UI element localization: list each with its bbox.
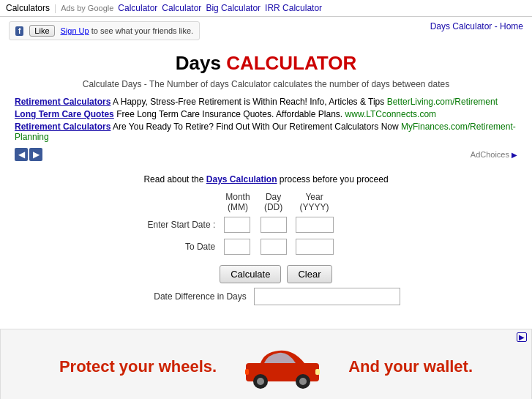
ad-link-3[interactable]: Retirement Calculators [15,122,110,132]
ad-badge: ▶ [517,332,527,342]
nav-link-irr-calculator[interactable]: IRR Calculator [265,3,322,13]
days-calculation-link[interactable]: Days Calculation [206,174,277,184]
adchoices: AdChoices ▶ [471,150,517,159]
start-date-label: Enter Start Date : [132,214,220,236]
col-month-header: Month (MM) [220,190,255,214]
subtitle: Calculate Days - The Number of days Calc… [15,79,517,89]
home-link[interactable]: Days Calculator - Home [430,21,523,31]
banner-ad: Protect your wheels. And your wallet. [0,329,532,399]
ad-url-2: www.LTCconnects.com [345,109,436,119]
svg-rect-6 [245,369,249,375]
fb-follow-text: Sign Up to see what your friends like. [61,26,194,35]
ad-prev-button[interactable]: ◀ [15,148,28,161]
banner-right-text: And your wallet. [348,357,473,376]
ad-desc-3: Are You Ready To Retire? Find Out With O… [113,122,399,132]
main-content: Days CALCULATOR Calculate Days - The Num… [0,52,532,399]
ad-row-1: Retirement Calculators A Happy, Stress-F… [15,97,517,107]
start-date-row: Enter Start Date : [132,214,337,236]
ad-links: Retirement Calculators A Happy, Stress-F… [15,97,517,142]
ad-nav-arrows: ◀ ▶ [15,148,42,161]
end-year-input[interactable] [296,239,334,255]
start-year-input[interactable] [296,217,334,233]
ad-navigation: ◀ ▶ AdChoices ▶ [15,148,517,161]
ad-url-1: BetterLiving.com/Retirement [387,97,498,107]
nav-separator: | [54,3,56,13]
end-day-input[interactable] [261,239,287,255]
ad-link-2[interactable]: Long Term Care Quotes [15,109,114,119]
car-image [239,341,326,392]
title-days: Days [176,52,221,74]
svg-point-2 [257,378,264,385]
title-calculator: CALCULATOR [226,52,356,74]
end-date-row: To Date [132,236,337,258]
button-row: Calculate Clear [132,265,400,283]
start-day-input[interactable] [261,217,287,233]
ad-row-2: Long Term Care Quotes Free Long Term Car… [15,109,517,119]
nav-link-calculator1[interactable]: Calculator [118,3,157,13]
fb-signup-link[interactable]: Sign Up [61,26,89,35]
col-year-header: Year (YYYY) [291,190,338,214]
calculator-table: Month (MM) Day (DD) Year (YYYY) Enter St… [132,190,337,258]
end-month-input[interactable] [224,239,250,255]
banner-ad-inner: Protect your wheels. And your wallet. [15,341,517,392]
top-nav: Calculators | Ads by Google Calculator C… [0,0,532,17]
header-bar: f Like Sign Up to see what your friends … [0,17,532,45]
adchoices-label: AdChoices [471,150,509,159]
clear-button[interactable]: Clear [287,265,331,283]
ad-desc-1: A Happy, Stress-Free Retirement is Withi… [113,97,384,107]
banner-left-text: Protect your wheels. [59,357,217,376]
ad-row-3: Retirement Calculators Are You Ready To … [15,122,517,142]
calc-intro: Read about the Days Calculation process … [132,174,400,184]
svg-point-4 [299,378,307,385]
result-label: Date Difference in Days [154,291,247,302]
end-date-label: To Date [132,236,220,258]
ad-link-1[interactable]: Retirement Calculators [15,97,110,107]
start-month-input[interactable] [224,217,250,233]
adchoices-icon: ▶ [512,151,517,159]
ad-next-button[interactable]: ▶ [29,148,42,161]
like-button[interactable]: Like [29,25,54,37]
fb-like-box: f Like Sign Up to see what your friends … [9,21,200,40]
facebook-icon: f [15,26,23,36]
calculator-section: Read about the Days Calculation process … [132,174,400,311]
svg-rect-5 [315,369,320,375]
ad-desc-2: Free Long Term Care Insurance Quotes. Af… [116,109,342,119]
nav-link-big-calculator[interactable]: Big Calculator [206,3,261,13]
page-title: Days CALCULATOR [15,52,517,75]
result-input[interactable] [254,288,400,305]
calculate-button[interactable]: Calculate [220,265,281,283]
ads-by-google-label: Ads by Google [61,4,113,12]
calculators-label: Calculators [6,3,50,13]
col-day-header: Day (DD) [256,190,291,214]
nav-link-calculator2[interactable]: Calculator [162,3,201,13]
result-row: Date Difference in Days [132,288,400,305]
